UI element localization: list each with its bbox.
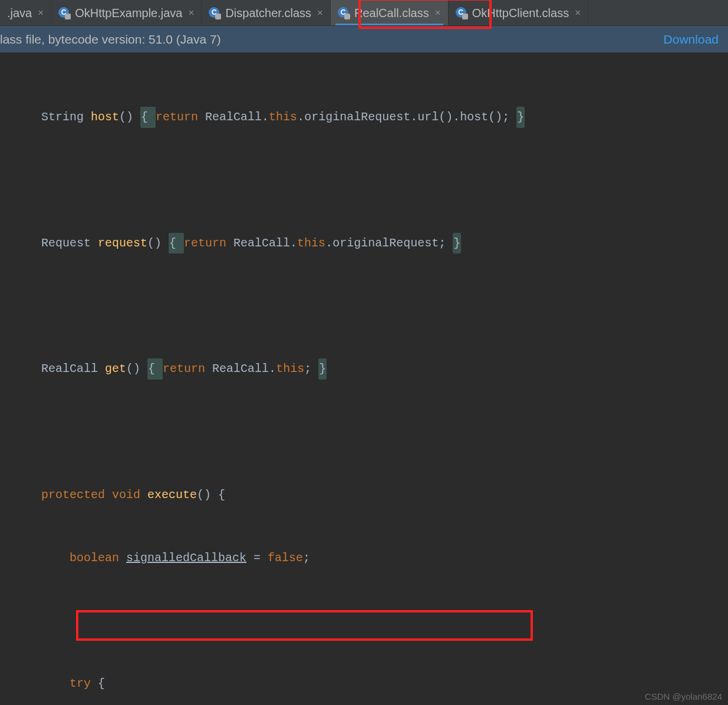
tab-okhttpexample[interactable]: C OkHttpExample.java × bbox=[51, 0, 202, 26]
tab-bar: .java × C OkHttpExample.java × C Dispatc… bbox=[0, 0, 728, 26]
tab-label: OkHttpClient.class bbox=[472, 6, 569, 20]
close-icon[interactable]: × bbox=[434, 7, 442, 19]
tab-label: OkHttpExample.java bbox=[75, 6, 182, 20]
code-line bbox=[0, 296, 728, 317]
close-icon[interactable]: × bbox=[574, 7, 582, 19]
java-class-icon: C bbox=[58, 7, 70, 19]
download-sources-link[interactable]: Download bbox=[664, 32, 728, 47]
code-line: String host() { return RealCall.this.ori… bbox=[0, 107, 728, 128]
close-icon[interactable]: × bbox=[37, 7, 45, 19]
decompiled-info-bar: lass file, bytecode version: 51.0 (Java … bbox=[0, 26, 728, 53]
code-line bbox=[0, 421, 728, 443]
watermark: CSDN @yolan6824 bbox=[645, 691, 722, 701]
code-line: boolean signalledCallback = false; bbox=[0, 548, 728, 569]
code-line bbox=[0, 610, 728, 631]
close-icon[interactable]: × bbox=[187, 7, 195, 19]
info-text: lass file, bytecode version: 51.0 (Java … bbox=[0, 32, 664, 47]
tab-dispatcher[interactable]: C Dispatcher.class × bbox=[202, 0, 331, 26]
tab-label: Dispatcher.class bbox=[225, 6, 311, 20]
tab-label: .java bbox=[7, 6, 32, 20]
class-file-icon: C bbox=[456, 7, 467, 19]
code-line: protected void execute() { bbox=[0, 485, 728, 506]
code-line: RealCall get() { return RealCall.this; } bbox=[0, 358, 728, 380]
tab-realcall[interactable]: C RealCall.class × bbox=[331, 0, 449, 26]
tab-okhttpclient[interactable]: C OkHttpClient.class × bbox=[449, 0, 588, 26]
class-file-icon: C bbox=[338, 7, 350, 19]
close-icon[interactable]: × bbox=[316, 7, 324, 19]
code-line: try { bbox=[0, 673, 728, 694]
code-line bbox=[0, 170, 728, 191]
tab-label: RealCall.class bbox=[354, 6, 429, 20]
code-line: Request request() { return RealCall.this… bbox=[0, 233, 728, 254]
class-file-icon: C bbox=[209, 7, 220, 19]
code-editor[interactable]: String host() { return RealCall.this.ori… bbox=[0, 53, 728, 705]
tab-java-partial[interactable]: .java × bbox=[0, 0, 51, 26]
